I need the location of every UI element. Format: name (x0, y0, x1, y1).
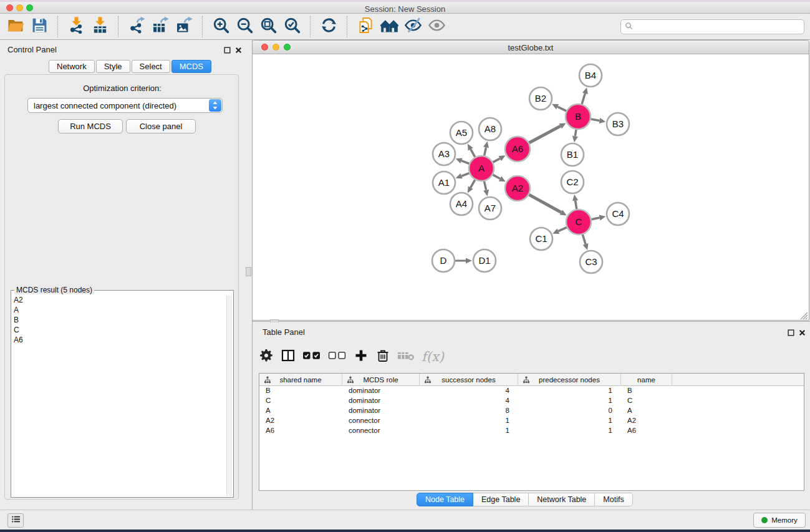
show-button[interactable] (425, 16, 448, 38)
graph-node-A1[interactable]: A1 (433, 172, 455, 194)
edge-A-A5[interactable] (471, 149, 475, 157)
edge-C-C4[interactable] (592, 218, 600, 220)
graph-node-A7[interactable]: A7 (479, 197, 501, 220)
resize-grip-icon[interactable] (800, 311, 808, 319)
home-button[interactable] (377, 16, 401, 38)
graph-node-B3[interactable]: B3 (607, 113, 629, 135)
table-row[interactable]: A6connector11A6 (259, 426, 804, 436)
graph-node-A5[interactable]: A5 (450, 122, 473, 144)
zoom-out-button[interactable] (233, 16, 256, 38)
column-header-successor-nodes[interactable]: successor nodes (420, 374, 518, 386)
edge-B-B2[interactable] (557, 107, 566, 111)
add-column-button[interactable] (354, 347, 369, 366)
tab-select[interactable]: Select (132, 60, 170, 73)
graph-node-C[interactable]: C (566, 210, 591, 235)
table-row[interactable]: Cdominator41C (259, 396, 804, 406)
edge-A-A8[interactable] (485, 147, 486, 155)
edge-A-A6[interactable] (493, 158, 500, 162)
export-table-button[interactable] (148, 16, 172, 38)
zoom-fit-button[interactable] (256, 16, 280, 38)
tab-node-table[interactable]: Node Table (417, 493, 473, 506)
graph-node-B2[interactable]: B2 (529, 87, 552, 110)
export-network-button[interactable] (125, 16, 148, 38)
vertical-splitter-handle[interactable] (246, 267, 251, 276)
table-row[interactable]: A2connector11A2 (259, 416, 804, 426)
tab-network-table[interactable]: Network Table (529, 493, 595, 506)
criterion-select[interactable]: largest connected component (directed) (27, 98, 223, 113)
save-session-button[interactable] (27, 16, 51, 38)
edge-A-A7[interactable] (484, 181, 486, 190)
graph-node-A3[interactable]: A3 (433, 143, 455, 165)
column-header-MCDS-role[interactable]: MCDS role (342, 374, 420, 386)
zoom-in-button[interactable] (209, 16, 233, 38)
result-item[interactable]: A (14, 305, 224, 315)
graph-node-B[interactable]: B (566, 104, 591, 129)
panes-button[interactable] (281, 347, 296, 366)
edge-A6-B[interactable] (529, 126, 561, 143)
float-table-panel-icon[interactable] (787, 328, 795, 336)
network-canvas[interactable]: B4B2BB3A8A5A6A3B1AC2A1A2A4A7C4CC1C3DD1 (253, 54, 809, 320)
open-session-button[interactable] (4, 16, 27, 38)
edge-C-C1[interactable] (558, 228, 566, 231)
edge-B-B4[interactable] (582, 94, 585, 104)
column-header-name[interactable]: name (621, 374, 672, 386)
zoom-selected-button[interactable] (280, 16, 304, 38)
graph-node-A6[interactable]: A6 (505, 137, 530, 162)
edge-A-A2[interactable] (493, 175, 500, 178)
result-item[interactable]: C (14, 325, 224, 335)
deselect-all-checks-button[interactable] (328, 347, 347, 366)
graph-node-C2[interactable]: C2 (561, 171, 584, 193)
close-table-panel-icon[interactable] (798, 328, 806, 336)
tab-motifs[interactable]: Motifs (595, 493, 632, 506)
delete-column-button[interactable] (375, 347, 390, 366)
graph-node-B1[interactable]: B1 (561, 143, 584, 166)
tab-network[interactable]: Network (49, 60, 95, 73)
horizontal-splitter[interactable] (253, 321, 810, 322)
table-row[interactable]: Adominator80A (259, 406, 804, 416)
task-history-button[interactable] (7, 513, 24, 528)
float-panel-icon[interactable] (223, 46, 231, 54)
result-item[interactable]: B (14, 315, 224, 325)
edge-A-A1[interactable] (461, 173, 469, 177)
graph-node-D1[interactable]: D1 (473, 249, 496, 272)
result-item[interactable]: A6 (14, 335, 224, 345)
edge-A-A3[interactable] (461, 161, 469, 164)
edge-C-C3[interactable] (582, 235, 586, 244)
column-header-shared-name[interactable]: shared name (259, 374, 342, 386)
run-mcds-button[interactable]: Run MCDS (58, 119, 123, 133)
table-row[interactable]: Bdominator41B (259, 386, 804, 396)
graph-node-C3[interactable]: C3 (580, 251, 602, 273)
close-panel-icon[interactable] (234, 46, 243, 54)
import-table-button[interactable] (88, 16, 112, 38)
edge-B-B3[interactable] (591, 119, 600, 121)
hide-button[interactable] (401, 16, 425, 38)
graph-node-B4[interactable]: B4 (579, 64, 602, 87)
tab-style[interactable]: Style (96, 60, 130, 73)
select-all-checks-button[interactable] (302, 347, 321, 366)
clone-network-button[interactable] (354, 16, 377, 38)
export-image-button[interactable] (172, 16, 196, 38)
search-box[interactable] (620, 19, 804, 34)
edge-A-A4[interactable] (471, 180, 475, 188)
search-input[interactable] (635, 21, 804, 33)
graph-node-A2[interactable]: A2 (505, 176, 530, 201)
graph-node-A8[interactable]: A8 (479, 118, 501, 140)
column-header-predecessor-nodes[interactable]: predecessor nodes (518, 374, 621, 386)
import-network-button[interactable] (64, 16, 88, 38)
graph-node-C1[interactable]: C1 (530, 228, 552, 250)
result-item[interactable]: A2 (14, 295, 224, 305)
edge-C-C2[interactable] (576, 201, 577, 210)
graph-node-A4[interactable]: A4 (450, 193, 473, 215)
graph-node-C4[interactable]: C4 (607, 203, 629, 225)
graph-node-A[interactable]: A (469, 156, 494, 181)
memory-button[interactable]: Memory (753, 513, 806, 528)
close-panel-button[interactable]: Close panel (126, 119, 196, 133)
settings-button[interactable] (259, 347, 274, 366)
edge-A2-C[interactable] (529, 195, 561, 212)
edge-B-B1[interactable] (575, 130, 576, 137)
refresh-button[interactable] (317, 16, 340, 38)
result-scrollbar[interactable] (226, 296, 232, 496)
graph-node-D[interactable]: D (432, 249, 455, 272)
tab-edge-table[interactable]: Edge Table (473, 493, 529, 506)
tab-mcds[interactable]: MCDS (171, 60, 211, 73)
